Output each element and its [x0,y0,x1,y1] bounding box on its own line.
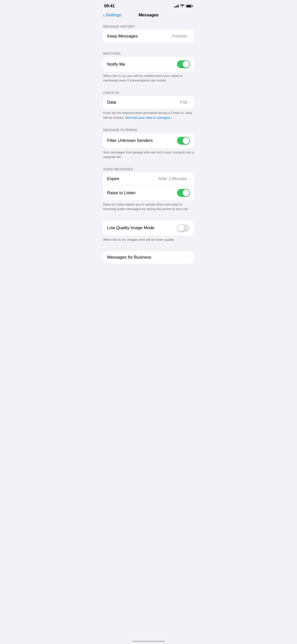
expire-label: Expire [107,176,119,181]
notify-me-label: Notify Me [107,62,125,67]
filter-unknown-toggle[interactable] [177,137,190,145]
toggle-knob [178,225,184,231]
low-quality-row: Low Quality Image Mode [103,221,194,235]
keep-messages-row[interactable]: Keep Messages Forever › [103,30,194,43]
signal-icon [174,5,179,8]
messages-for-business-row[interactable]: Messages for Business › [103,251,194,264]
data-value: Full [180,100,187,105]
toggle-knob [183,61,189,68]
check-in-header: CHECK IN [99,87,198,96]
data-chevron-icon: › [189,100,190,105]
message-history-section: MESSAGE HISTORY Keep Messages Forever › [99,21,198,43]
messages-for-business-label: Messages for Business [107,255,151,260]
audio-messages-card: Expire After 2 Minutes › Raise to Listen [103,173,194,200]
back-label: Settings [106,13,121,18]
message-history-card: Keep Messages Forever › [103,30,194,43]
messages-for-business-chevron-icon: › [189,255,190,260]
audio-messages-header: AUDIO MESSAGES [99,163,198,173]
check-in-section: CHECK IN Data Full › If you do not respo… [99,87,198,124]
status-bar: 09:41 [99,0,198,11]
back-chevron-icon: ‹ [103,13,105,18]
mentions-section: MENTIONS Notify Me When this is on, you … [99,48,198,87]
keep-messages-chevron-icon: › [189,34,190,38]
low-quality-label: Low Quality Image Mode [107,225,154,230]
expire-row[interactable]: Expire After 2 Minutes › [103,173,194,185]
toggle-knob [183,189,189,196]
page-title: Messages [139,13,159,18]
message-filtering-section: MESSAGE FILTERING Filter Unknown Senders… [99,124,198,163]
low-quality-section: Low Quality Image Mode When this is on, … [99,221,198,246]
back-button[interactable]: ‹ Settings [103,13,121,18]
mentions-header: MENTIONS [99,48,198,57]
raise-to-listen-toggle[interactable] [177,189,190,197]
data-label: Data [107,100,116,105]
mentions-footer: When this is on, you will be notified wh… [99,72,198,87]
raise-to-listen-label: Raise to Listen [107,190,135,195]
audio-messages-footer: Raise to Listen allows you to quickly li… [99,200,198,215]
audio-messages-section: AUDIO MESSAGES Expire After 2 Minutes › … [99,163,198,215]
battery-icon [186,5,193,8]
toggle-knob [183,137,189,144]
status-time: 09:41 [104,4,115,9]
message-history-header: MESSAGE HISTORY [99,21,198,30]
messages-for-business-section: Messages for Business › [99,251,198,264]
message-filtering-header: MESSAGE FILTERING [99,124,198,133]
nav-bar: ‹ Settings Messages [99,11,198,21]
data-row[interactable]: Data Full › [103,96,194,109]
filter-unknown-row: Filter Unknown Senders [103,133,194,148]
low-quality-toggle[interactable] [177,224,190,232]
message-filtering-card: Filter Unknown Senders [103,133,194,148]
wifi-icon [180,4,184,8]
raise-to-listen-row: Raise to Listen [103,185,194,200]
notify-me-row: Notify Me [103,57,194,72]
messages-for-business-card: Messages for Business › [103,251,194,264]
keep-messages-value: Forever [172,34,187,39]
expire-value: After 2 Minutes [158,176,187,181]
check-in-card: Data Full › [103,96,194,109]
notify-me-toggle[interactable] [177,60,190,68]
low-quality-card: Low Quality Image Mode [103,221,194,235]
filter-unknown-label: Filter Unknown Senders [107,138,153,143]
keep-messages-label: Keep Messages [107,34,138,39]
message-filtering-footer: Sort messages from people who are not in… [99,148,198,163]
expire-chevron-icon: › [189,177,190,181]
status-icons [174,4,193,8]
mentions-card: Notify Me [103,57,194,72]
content: MESSAGE HISTORY Keep Messages Forever › … [99,21,198,279]
low-quality-footer: When this is on, images sent will be low… [99,235,198,246]
check-in-link[interactable]: See how your data is managed… [125,116,173,119]
check-in-footer: If you do not respond when prompted duri… [99,109,198,124]
